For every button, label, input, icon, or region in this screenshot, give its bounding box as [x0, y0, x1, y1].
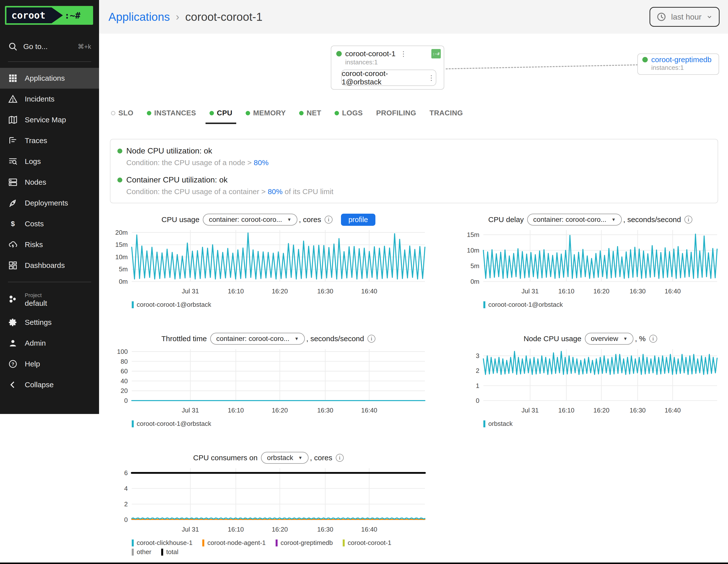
- sidebar-item-deployments[interactable]: Deployments: [0, 193, 99, 213]
- main-content: coroot-coroot-1 ⋮ :~# instances:1 coroot…: [99, 34, 728, 564]
- top-bar: Applications › coroot-coroot-1 last hour: [99, 0, 728, 34]
- legend-item[interactable]: other: [132, 548, 151, 556]
- info-icon[interactable]: i: [336, 454, 344, 462]
- legend-item[interactable]: coroot-coroot-1@orbstack: [483, 301, 563, 308]
- svg-text:16:10: 16:10: [228, 407, 244, 414]
- sidebar-item-incidents[interactable]: Incidents: [0, 89, 99, 109]
- container-selector-dropdown[interactable]: container: coroot-coro...▼: [527, 214, 622, 226]
- node-selector-dropdown[interactable]: orbstack▼: [261, 452, 309, 464]
- legend-item[interactable]: total: [161, 548, 178, 556]
- tab-memory[interactable]: MEMORY: [246, 105, 286, 124]
- sidebar-item-traces[interactable]: Traces: [0, 130, 99, 151]
- container-selector-dropdown[interactable]: container: coroot-coro...▼: [210, 333, 305, 345]
- chart-unit: , cores: [299, 215, 321, 224]
- tab-instances[interactable]: INSTANCES: [147, 105, 196, 124]
- legend-item[interactable]: coroot-coroot-1@orbstack: [132, 301, 211, 308]
- instance-chip[interactable]: coroot-coroot-1@orbstack ⋮: [341, 70, 436, 86]
- time-range-picker[interactable]: last hour: [650, 7, 720, 27]
- breadcrumb-applications[interactable]: Applications: [108, 10, 170, 24]
- coroot-app: coroot :~# Go to... ⌘+k ApplicationsInci…: [0, 0, 728, 564]
- chart-title: CPU delay: [488, 215, 524, 224]
- info-icon[interactable]: i: [325, 216, 333, 224]
- tab-status-dot: [111, 111, 115, 115]
- go-to-search[interactable]: Go to... ⌘+k: [0, 38, 99, 55]
- report-tabs: SLOINSTANCESCPUMEMORYNETLOGSPROFILINGTRA…: [111, 105, 719, 124]
- breadcrumb-chevron-icon: ›: [176, 11, 179, 23]
- sidebar-item-help[interactable]: ?Help: [0, 354, 99, 374]
- legend-marker: [483, 420, 485, 427]
- info-icon[interactable]: i: [649, 335, 657, 343]
- legend-marker: [132, 539, 134, 546]
- chart-unit: , seconds/second: [306, 334, 364, 343]
- svg-text:20: 20: [121, 387, 128, 394]
- chart-legend: coroot-coroot-1@orbstack: [483, 301, 719, 308]
- tab-logs[interactable]: LOGS: [335, 105, 363, 124]
- threshold-link[interactable]: 80%: [268, 187, 283, 196]
- sidebar-item-admin[interactable]: Admin: [0, 333, 99, 354]
- profile-button[interactable]: profile: [341, 214, 375, 226]
- svg-text:4: 4: [124, 485, 128, 492]
- svg-text:3: 3: [476, 352, 479, 359]
- check-status-dot: [117, 178, 122, 182]
- dependency-link-line: [446, 64, 638, 69]
- legend-item[interactable]: coroot-coroot-1: [343, 539, 391, 547]
- svg-text:15m: 15m: [115, 241, 128, 248]
- svg-text:2: 2: [124, 500, 128, 508]
- tab-net[interactable]: NET: [299, 105, 321, 124]
- sidebar-item-nodes[interactable]: Nodes: [0, 172, 99, 193]
- kebab-icon[interactable]: ⋮: [399, 50, 408, 58]
- svg-text:16:20: 16:20: [593, 287, 609, 295]
- app-type-badge: :~#: [431, 49, 441, 58]
- legend-item[interactable]: coroot-coroot-1@orbstack: [132, 420, 211, 428]
- legend-item[interactable]: orbstack: [483, 420, 513, 428]
- gear-icon: [8, 317, 18, 327]
- sidebar-item-project[interactable]: Project default: [0, 288, 99, 312]
- legend-marker: [343, 539, 345, 546]
- view-selector-dropdown[interactable]: overview▼: [585, 333, 633, 345]
- sidebar-item-costs[interactable]: $Costs: [0, 213, 99, 234]
- legend-marker: [202, 539, 204, 546]
- svg-text:16:30: 16:30: [630, 287, 646, 295]
- svg-text:16:10: 16:10: [558, 407, 574, 414]
- sidebar-item-service-map[interactable]: Service Map: [0, 109, 99, 130]
- sidebar-item-settings[interactable]: Settings: [0, 312, 99, 333]
- chart-cpu-consumers: CPU consumers on orbstack▼ , cores i 024…: [110, 451, 427, 556]
- chart-throttled-time: Throttled time container: coroot-coro...…: [110, 332, 427, 428]
- person-icon: [8, 338, 18, 348]
- node-cpu-usage-plot: 0123Jul 3116:1016:2016:3016:40: [462, 345, 719, 417]
- legend-marker: [132, 549, 134, 556]
- svg-text:Jul 31: Jul 31: [521, 407, 539, 414]
- tab-cpu[interactable]: CPU: [209, 105, 232, 124]
- caret-down-icon: ▼: [611, 217, 616, 222]
- cpu-consumers-plot: 0246Jul 3116:1016:2016:3016:40: [110, 464, 427, 536]
- kebab-icon[interactable]: ⋮: [427, 74, 436, 82]
- svg-text:16:40: 16:40: [361, 407, 377, 414]
- sidebar-item-risks[interactable]: Risks: [0, 234, 99, 255]
- info-icon[interactable]: i: [367, 335, 375, 343]
- caret-down-icon: ▼: [287, 217, 291, 222]
- sidebar-item-logs[interactable]: Logs: [0, 151, 99, 172]
- info-icon[interactable]: i: [684, 216, 692, 224]
- chart-cpu-delay: CPU delay container: coroot-coro...▼ , s…: [462, 213, 719, 308]
- check-condition: Condition: the CPU usage of a node > 80%: [126, 158, 710, 167]
- tab-slo[interactable]: SLO: [111, 105, 133, 124]
- project-name: default: [25, 299, 47, 308]
- tab-status-dot: [335, 111, 339, 115]
- app-node-card: coroot-coroot-1 ⋮ :~# instances:1 coroot…: [331, 46, 444, 90]
- svg-text:16:20: 16:20: [272, 526, 288, 533]
- svg-text:60: 60: [121, 367, 128, 375]
- tab-tracing[interactable]: TRACING: [430, 105, 463, 124]
- tab-status-dot: [147, 111, 151, 115]
- svg-text:0: 0: [124, 516, 128, 523]
- sidebar-item-dashboards[interactable]: Dashboards: [0, 255, 99, 276]
- legend-item[interactable]: coroot-clickhouse-1: [132, 539, 192, 547]
- tab-profiling[interactable]: PROFILING: [376, 105, 416, 124]
- legend-item[interactable]: coroot-greptimedb: [276, 539, 333, 547]
- sidebar-item-applications[interactable]: Applications: [0, 68, 99, 89]
- coroot-logo[interactable]: coroot :~#: [5, 6, 93, 25]
- upstream-name-link[interactable]: coroot-greptimedb: [651, 55, 711, 64]
- sidebar-item-collapse[interactable]: Collapse: [0, 374, 99, 395]
- legend-item[interactable]: coroot-node-agent-1: [202, 539, 266, 547]
- threshold-link[interactable]: 80%: [254, 158, 269, 167]
- container-selector-dropdown[interactable]: container: coroot-coro...▼: [203, 214, 297, 226]
